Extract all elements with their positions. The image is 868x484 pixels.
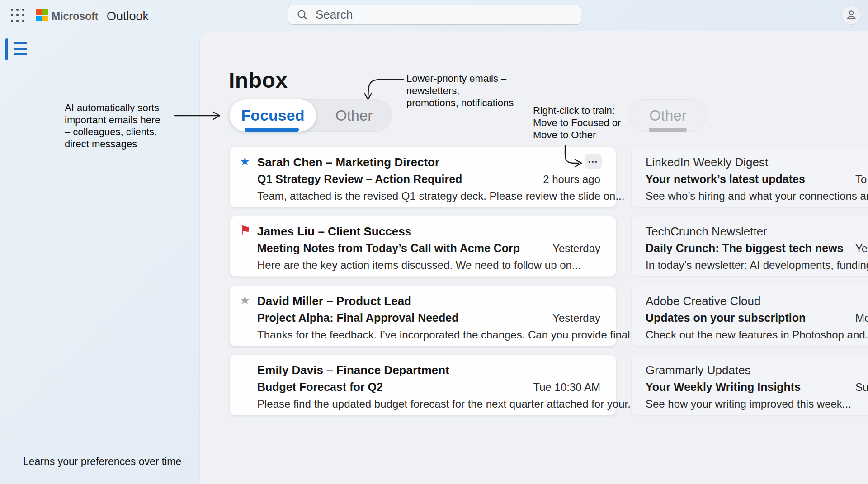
email-sender: David Miller – Product Lead: [257, 294, 411, 308]
search-input[interactable]: [315, 7, 561, 22]
email-subject: Budget Forecast for Q2: [257, 381, 383, 394]
top-bar: Microsoft Outlook: [0, 0, 868, 31]
email-item[interactable]: Adobe Creative Cloud Updates on your sub…: [631, 286, 868, 346]
annotation-footer-note: Learns your preferences over time: [23, 456, 181, 468]
email-preview: In today’s newsletter: AI developments, …: [646, 259, 868, 272]
email-item[interactable]: LinkedIn Weekly Digest Your network’s la…: [631, 147, 868, 207]
focused-tab-indicator: [245, 128, 299, 132]
email-time: Yesterday: [552, 312, 600, 324]
star-icon[interactable]: ★: [240, 155, 250, 167]
email-preview: Thanks for the feedback. I’ve incorporat…: [257, 329, 639, 341]
hamburger-menu-icon[interactable]: [14, 42, 27, 55]
inbox-tab-group: Focused Other: [230, 99, 392, 132]
email-sender: TechCrunch Newsletter: [646, 225, 767, 239]
annotation-train-note: Right-click to train: Move to Focused or…: [533, 104, 632, 141]
page-title: Inbox: [229, 68, 288, 93]
more-options-button[interactable]: •••: [585, 154, 602, 169]
email-preview: See who’s hiring and what your connectio…: [646, 190, 868, 202]
email-preview: Team, attached is the revised Q1 strateg…: [257, 190, 624, 202]
email-subject: Daily Crunch: The biggest tech news: [646, 242, 844, 255]
annotation-focused-note: AI automatically sorts important emails …: [65, 102, 178, 150]
person-icon: [845, 9, 857, 21]
email-preview: Check out the new features in Photoshop …: [646, 329, 868, 341]
tab-other[interactable]: Other: [316, 99, 392, 132]
email-subject: Q1 Strategy Review – Action Required: [257, 173, 462, 186]
email-item[interactable]: Grammarly Updates Your Weekly Writing In…: [631, 355, 868, 415]
email-time: Sun: [855, 381, 868, 394]
search-bar[interactable]: [288, 5, 581, 25]
email-preview: Here are the key action items discussed.…: [257, 259, 581, 272]
email-sender: LinkedIn Weekly Digest: [646, 155, 768, 169]
email-sender: Adobe Creative Cloud: [646, 294, 760, 308]
email-time: Yesterday: [552, 242, 600, 255]
microsoft-label: Microsoft: [52, 10, 99, 23]
email-sender: Emily Davis – Finance Department: [257, 363, 449, 377]
app-title: Outlook: [107, 9, 149, 23]
account-button[interactable]: [841, 5, 861, 25]
outlook-focused-inbox-screenshot: { "topbar": { "microsoft_label": "Micros…: [0, 0, 868, 484]
email-subject: Your Weekly Writing Insights: [646, 381, 801, 394]
email-time: Yest: [855, 242, 868, 255]
email-sender: James Liu – Client Success: [257, 225, 411, 239]
flag-icon[interactable]: ⚑: [240, 225, 251, 236]
microsoft-logo-icon: [36, 9, 48, 21]
other-column-indicator: [649, 128, 687, 132]
email-item[interactable]: ★ Sarah Chen – Marketing Director Q1 Str…: [230, 147, 616, 207]
app-launcher-icon[interactable]: [9, 7, 26, 24]
email-item[interactable]: TechCrunch Newsletter Daily Crunch: The …: [631, 216, 868, 277]
email-item[interactable]: ★ David Miller – Product Lead Project Al…: [230, 286, 616, 346]
email-item[interactable]: Emily Davis – Finance Department Budget …: [230, 355, 616, 415]
email-subject: Project Alpha: Final Approval Needed: [257, 311, 458, 324]
email-time: Mor: [855, 312, 868, 324]
email-preview: See how your writing improved this week.…: [646, 398, 851, 410]
annotation-other-note: Lower-priority emails – newsletters, pro…: [406, 72, 556, 109]
tab-focused[interactable]: Focused: [230, 99, 316, 132]
nav-accent-bar: [5, 38, 8, 60]
email-time: 2 hours ago: [543, 173, 600, 186]
email-time: Tue 10:30 AM: [533, 381, 600, 394]
email-time: To: [855, 173, 867, 186]
email-item[interactable]: ⚑ James Liu – Client Success Meeting Not…: [230, 216, 616, 277]
email-subject: Updates on your subscription: [646, 311, 806, 324]
search-icon: [297, 9, 308, 21]
email-subject: Your network’s latest updates: [646, 173, 805, 186]
brand-divider: [99, 7, 99, 23]
star-icon[interactable]: ★: [240, 294, 250, 306]
email-subject: Meeting Notes from Today’s Call with Acm…: [257, 242, 520, 255]
email-sender: Grammarly Updates: [646, 363, 751, 377]
other-column-header[interactable]: Other: [629, 99, 707, 132]
email-sender: Sarah Chen – Marketing Director: [257, 155, 439, 169]
email-preview: Please find the updated budget forecast …: [257, 398, 637, 410]
